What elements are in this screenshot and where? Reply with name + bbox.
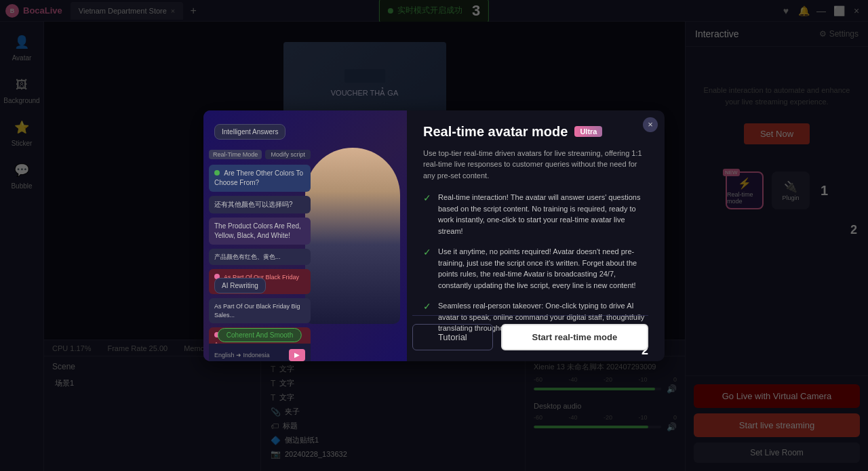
modal-close-button[interactable]: × (643, 117, 658, 132)
coherent-badge: Coherent And Smooth (218, 328, 302, 342)
ai-rewriting-bubble: AI Rewriting (214, 278, 266, 293)
avatar-figure (305, 148, 400, 324)
lang-selector[interactable]: English ➜ Indonesia (214, 352, 285, 359)
chat-footer: English ➜ Indonesia ▶ (209, 344, 311, 361)
modal-footer: Tutorial Start real-time mode (412, 315, 648, 350)
chat-message-bot: 还有其他颜色可以选择吗? (209, 196, 311, 213)
send-button[interactable]: ▶ (289, 349, 305, 361)
check-icon-1: ✓ (423, 192, 431, 237)
ultra-badge: Ultra (574, 126, 602, 137)
green-dot (214, 170, 220, 176)
chat-mode-badge: Real-Time Mode (209, 150, 262, 159)
chat-message-translated: 产品颜色有红色、黄色... (209, 249, 311, 266)
modal-title: Real-time avatar mode (423, 124, 568, 140)
check-icon-2: ✓ (423, 247, 431, 291)
start-realtime-button[interactable]: Start real-time mode (501, 324, 648, 350)
modal-description: Use top-tier real-time driven avatars fo… (423, 148, 648, 182)
chat-message-promo-bot: As Part Of Our Black Friday Big Sales... (209, 298, 311, 323)
feature-text-1: Real-time interaction! The avatar will a… (438, 192, 648, 237)
chat-message-user: Are There Other Colors To Choose From? (209, 165, 311, 192)
tutorial-button[interactable]: Tutorial (412, 324, 493, 350)
chat-overlay: Real-Time Mode Modify script Are There O… (209, 116, 311, 361)
modal-left-panel: Intelligent Answers AI Rewriting Real-Ti… (203, 110, 407, 361)
modal-right-panel: Real-time avatar mode Ultra Use top-tier… (407, 110, 665, 361)
chat-message-highlight: The Product Colors Are Red, Yellow, Blac… (209, 218, 311, 245)
realtime-mode-modal: × Intelligent Answers AI Rewriting Real-… (203, 110, 665, 361)
modal-title-row: Real-time avatar mode Ultra (423, 124, 648, 140)
modal-overlay: × Intelligent Answers AI Rewriting Real-… (0, 0, 868, 471)
intelligent-answers-bubble: Intelligent Answers (214, 124, 285, 140)
feature-item-2: ✓ Use it anytime, no points required! Av… (423, 246, 648, 291)
chat-header: Real-Time Mode Modify script (209, 150, 311, 159)
feature-text-2: Use it anytime, no points required! Avat… (438, 246, 648, 291)
feature-item-1: ✓ Real-time interaction! The avatar will… (423, 192, 648, 237)
modify-script-button[interactable]: Modify script (265, 150, 311, 159)
